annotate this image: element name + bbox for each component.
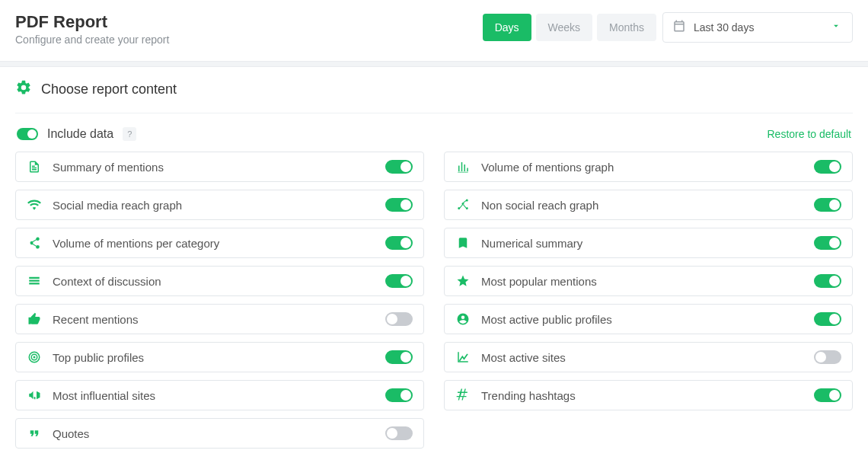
- header-title-block: PDF Report Configure and create your rep…: [15, 12, 169, 46]
- period-weeks-button[interactable]: Weeks: [536, 14, 593, 41]
- restore-default-link[interactable]: Restore to default: [767, 128, 851, 140]
- section-header: Choose report content: [15, 79, 853, 113]
- toggle-numerical-summary[interactable]: [814, 236, 841, 250]
- card-recent-mentions: Recent mentions: [15, 304, 424, 334]
- line-chart-icon: [455, 350, 471, 364]
- header: PDF Report Configure and create your rep…: [0, 0, 868, 61]
- toggle-trending-hashtags[interactable]: [814, 388, 841, 402]
- card-label: Volume of mentions graph: [481, 161, 614, 174]
- card-non-social-reach-graph: Non social reach graph: [444, 190, 853, 220]
- list-icon: [27, 274, 42, 288]
- header-controls: Days Weeks Months Last 30 days: [483, 12, 853, 43]
- content-columns: Summary of mentions Social media reach g…: [15, 152, 853, 449]
- toggle-top-public-profiles[interactable]: [385, 350, 413, 364]
- card-quotes: Quotes: [15, 418, 424, 449]
- card-label: Context of discussion: [53, 275, 161, 288]
- gear-icon: [15, 79, 32, 99]
- toggle-most-popular-mentions[interactable]: [814, 274, 841, 288]
- card-most-popular-mentions: Most popular mentions: [444, 266, 853, 296]
- card-label: Numerical summary: [481, 237, 582, 250]
- toggle-recent-mentions[interactable]: [385, 312, 413, 326]
- report-content-section: Choose report content Include data ? Res…: [0, 67, 868, 463]
- card-label: Non social reach graph: [481, 199, 598, 212]
- card-summary-of-mentions: Summary of mentions: [15, 152, 424, 182]
- page-title: PDF Report: [15, 12, 169, 32]
- target-icon: [27, 350, 42, 364]
- calendar-icon: [672, 19, 686, 36]
- user-icon: [455, 312, 471, 326]
- section-title: Choose report content: [41, 81, 177, 97]
- card-label: Quotes: [53, 427, 89, 440]
- share-icon: [27, 236, 42, 250]
- period-toggle-group: Days Weeks Months: [483, 14, 656, 41]
- toggle-context-of-discussion[interactable]: [385, 274, 413, 288]
- card-most-influential-sites: Most influential sites: [15, 380, 424, 410]
- card-most-active-public-profiles: Most active public profiles: [444, 304, 853, 334]
- include-data-toggle[interactable]: [17, 128, 38, 140]
- card-label: Summary of mentions: [53, 161, 164, 174]
- network-icon: [455, 198, 471, 212]
- card-numerical-summary: Numerical summary: [444, 228, 853, 258]
- card-label: Most influential sites: [53, 389, 155, 402]
- help-icon[interactable]: ?: [123, 127, 136, 141]
- star-icon: [455, 274, 471, 288]
- toggle-non-social-reach-graph[interactable]: [814, 198, 841, 212]
- card-label: Most active sites: [481, 351, 566, 364]
- card-most-active-sites: Most active sites: [444, 342, 853, 372]
- card-top-public-profiles: Top public profiles: [15, 342, 424, 372]
- toggle-most-active-public-profiles[interactable]: [814, 312, 841, 326]
- card-label: Most active public profiles: [481, 313, 612, 326]
- section-subheader: Include data ? Restore to default: [17, 127, 851, 141]
- period-days-button[interactable]: Days: [483, 14, 531, 41]
- hashtag-icon: [455, 388, 471, 402]
- date-range-picker[interactable]: Last 30 days: [662, 12, 853, 43]
- chevron-down-icon: [831, 21, 841, 34]
- page-subtitle: Configure and create your report: [15, 34, 169, 46]
- card-label: Volume of mentions per category: [53, 237, 219, 250]
- right-column: Volume of mentions graph Non social reac…: [444, 152, 853, 449]
- toggle-most-influential-sites[interactable]: [385, 388, 413, 402]
- bar-chart-icon: [455, 160, 471, 174]
- divider: [0, 61, 868, 67]
- wifi-icon: [27, 198, 42, 212]
- toggle-volume-of-mentions-graph[interactable]: [814, 160, 841, 174]
- card-label: Top public profiles: [53, 351, 144, 364]
- toggle-social-media-reach-graph[interactable]: [385, 198, 413, 212]
- toggle-most-active-sites[interactable]: [814, 350, 841, 364]
- card-label: Trending hashtags: [481, 389, 576, 402]
- card-context-of-discussion: Context of discussion: [15, 266, 424, 296]
- left-column: Summary of mentions Social media reach g…: [15, 152, 424, 449]
- period-months-button[interactable]: Months: [597, 14, 656, 41]
- card-trending-hashtags: Trending hashtags: [444, 380, 853, 410]
- toggle-quotes[interactable]: [385, 426, 413, 440]
- toggle-volume-per-category[interactable]: [385, 236, 413, 250]
- card-volume-per-category: Volume of mentions per category: [15, 228, 424, 258]
- card-label: Social media reach graph: [53, 199, 182, 212]
- quote-icon: [27, 426, 42, 440]
- include-data-control: Include data ?: [17, 127, 136, 141]
- card-label: Most popular mentions: [481, 275, 597, 288]
- megaphone-icon: [27, 388, 42, 402]
- card-social-media-reach-graph: Social media reach graph: [15, 190, 424, 220]
- include-data-label: Include data: [47, 127, 113, 141]
- card-volume-of-mentions-graph: Volume of mentions graph: [444, 152, 853, 182]
- card-label: Recent mentions: [53, 313, 139, 326]
- thumbs-up-icon: [27, 312, 42, 326]
- toggle-summary-of-mentions[interactable]: [385, 160, 413, 174]
- document-icon: [27, 160, 42, 174]
- bookmark-icon: [455, 236, 471, 250]
- date-range-label: Last 30 days: [694, 21, 754, 34]
